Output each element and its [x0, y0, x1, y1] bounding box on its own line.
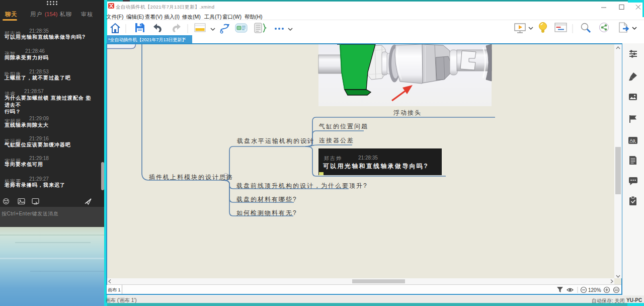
- svg-text:Aa: Aa: [630, 138, 635, 143]
